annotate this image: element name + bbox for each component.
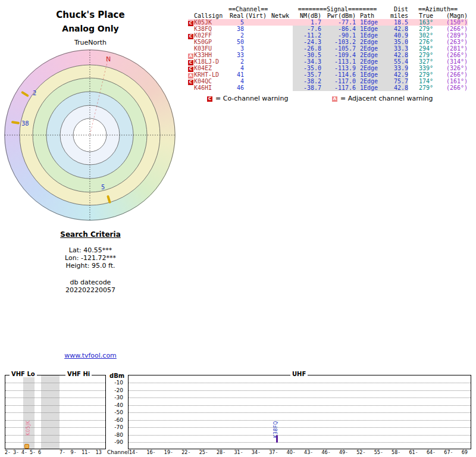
cell-pwr: -77.1 — [321, 19, 356, 26]
cell-netwk — [268, 52, 293, 58]
signal-group-header: ========Signal======== — [293, 6, 382, 12]
cell-warn: A — [188, 52, 194, 58]
station-table: ==Channel== ========Signal======== Dist … — [188, 6, 468, 91]
channel-tick: 67 — [444, 450, 452, 455]
cell-callsign: K46HI — [194, 84, 228, 91]
cell-virt — [244, 52, 268, 58]
cell-path: 2Edge — [356, 65, 382, 71]
channel-tick: 11 — [82, 450, 90, 455]
cell-path: 2Edge — [356, 58, 382, 65]
station-label-ch5: 5 — [101, 184, 105, 190]
cell-real: 33 — [228, 52, 244, 58]
warn-col-header — [188, 12, 194, 19]
cell-real: 3 — [228, 45, 244, 52]
cell-real: 50 — [228, 39, 244, 45]
gridline — [5, 383, 105, 383]
cell-true: 339° — [408, 65, 433, 71]
cell-nm: -30.5 — [293, 52, 321, 58]
cell-netwk — [268, 19, 293, 26]
cell-true: 279° — [408, 84, 433, 91]
cell-virt — [244, 26, 268, 32]
signal-marker-k38fq — [276, 435, 278, 443]
cell-nm: -35.7 — [293, 71, 321, 78]
radar-plot: N 2 38 5 — [4, 49, 176, 221]
cell-virt — [244, 65, 268, 71]
station-label-ch38: 38 — [21, 120, 29, 127]
legend-co-channel-text: = Co-channel warning — [215, 95, 288, 102]
cell-miles: 42.8 — [382, 84, 408, 91]
true-north-label: TrueNorth — [1, 39, 180, 46]
gridline — [129, 397, 471, 398]
pwr-col-header: Pwr(dBm) — [321, 12, 356, 19]
channel-tick: 13 — [96, 450, 102, 455]
dbm-axis-label: dBm — [109, 373, 124, 379]
real-col-header: Real — [228, 12, 244, 19]
virt-col-header: (Virt) — [244, 12, 268, 19]
cell-real: 38 — [228, 26, 244, 32]
magn-col-header: (Magn) — [433, 12, 468, 19]
cell-magn: (266°) — [433, 84, 468, 91]
cell-pwr: -90.1 — [321, 32, 356, 39]
cell-path: 1Edge — [356, 19, 382, 26]
table-row: AKRHT-LD41-35.7-114.61Edge42.9279°(266°) — [188, 71, 468, 78]
dbm-tick-label: -60 — [109, 417, 123, 423]
legend-adjacent-channel: A= Adjacent channel warning — [332, 95, 433, 102]
cell-pwr: -114.6 — [321, 71, 356, 78]
cell-miles: 40.9 — [382, 32, 408, 39]
cell-real: 2 — [228, 32, 244, 39]
cell-real: 4 — [228, 78, 244, 84]
tvfool-link[interactable]: www.tvfool.com — [1, 352, 180, 359]
cell-warn: C — [188, 65, 194, 71]
gridline — [129, 412, 471, 413]
netwk-col-header: Netwk — [268, 12, 293, 19]
magnetic-north-label: N — [106, 55, 111, 63]
cell-nm: -26.8 — [293, 45, 321, 52]
cell-callsign: K18LJ-D — [194, 58, 228, 65]
adjacent-channel-warning-icon: A — [332, 96, 337, 102]
gridline — [5, 427, 105, 428]
channel-tick: 61 — [409, 450, 418, 455]
uhf-gridlines — [129, 375, 471, 449]
legend-co-channel: C= Co-channel warning — [207, 95, 288, 102]
gridline — [5, 435, 105, 436]
latitude-value: Lat: 40.55*** — [1, 246, 180, 254]
dbm-tick-label: -50 — [109, 409, 123, 415]
cell-magn: (281°) — [433, 45, 468, 52]
cell-callsign: K50GP — [194, 39, 228, 45]
cell-virt — [244, 19, 268, 26]
cell-miles: 35.0 — [382, 39, 408, 45]
gridline — [5, 397, 105, 398]
cell-magn: (266°) — [433, 71, 468, 78]
cell-callsign: K38FQ — [194, 26, 228, 32]
cell-callsign: K04EZ — [194, 65, 228, 71]
cell-pwr: -109.4 — [321, 52, 356, 58]
channel-tick: 43 — [304, 450, 312, 455]
cell-warn — [188, 45, 194, 52]
cell-pwr: -105.7 — [321, 45, 356, 52]
table-group-header: ==Channel== ========Signal======== Dist … — [188, 6, 468, 12]
cell-path: 1Edge — [356, 26, 382, 32]
cell-callsign: KRHT-LD — [194, 71, 228, 78]
channel-tick: 46 — [321, 450, 330, 455]
cell-pwr: -117.6 — [321, 84, 356, 91]
cell-warn — [188, 84, 194, 91]
nm-col-header: NM(dB) — [293, 12, 321, 19]
cell-virt — [244, 39, 268, 45]
table-row: K50GP50-24.3-103.22Edge35.0276°(263°) — [188, 39, 468, 45]
path-col-header: Path — [356, 12, 382, 19]
search-criteria: Search Criteria Lat: 40.55*** Lon: -121.… — [1, 231, 180, 294]
cell-netwk — [268, 78, 293, 84]
dbm-tick-label: -30 — [109, 395, 123, 400]
cell-netwk — [268, 71, 293, 78]
longitude-value: Lon: -121.72*** — [1, 254, 180, 262]
cell-warn — [188, 26, 194, 32]
cell-magn: (314°) — [433, 58, 468, 65]
cell-pwr: -113.1 — [321, 58, 356, 65]
gridline — [129, 390, 471, 391]
cell-nm: -24.3 — [293, 39, 321, 45]
cell-real: 41 — [228, 71, 244, 78]
cell-virt — [244, 78, 268, 84]
cell-true: 279° — [408, 71, 433, 78]
cell-virt — [244, 58, 268, 65]
cell-magn: (266°) — [433, 52, 468, 58]
